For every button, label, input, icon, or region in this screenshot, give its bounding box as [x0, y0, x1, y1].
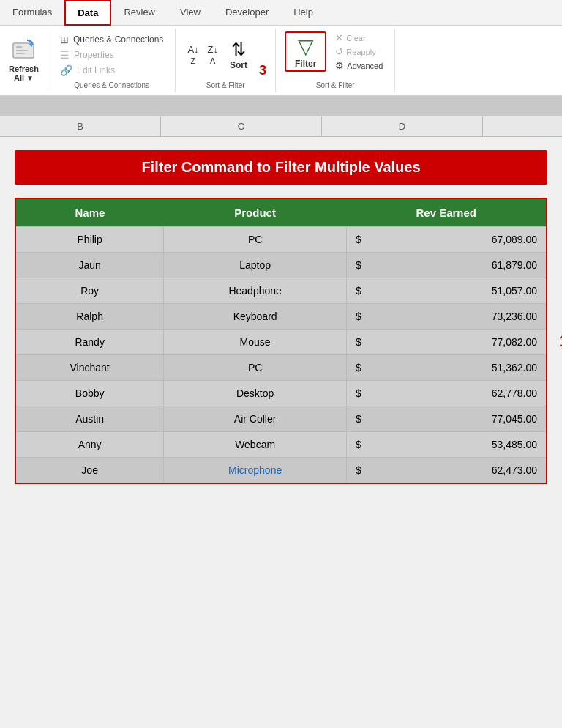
svg-rect-3: [16, 53, 25, 54]
refresh-all-button[interactable]: Refresh All ▼: [9, 37, 39, 82]
filter-main-button[interactable]: ▽ Filter: [285, 31, 326, 72]
clear-filter-button[interactable]: ✕ Clear: [332, 31, 386, 44]
tab-data[interactable]: Data: [64, 0, 111, 26]
advanced-filter-button[interactable]: ⚙ Advanced: [332, 59, 386, 72]
refresh-group-content: Refresh All ▼: [9, 31, 39, 86]
currency-symbol: $: [356, 464, 361, 476]
table-wrapper: Name Product Rev Earned PhilipPC$67,089.…: [15, 198, 547, 484]
reapply-label: Reapply: [346, 48, 375, 56]
sort-main-button[interactable]: ⇅ Sort: [224, 37, 253, 73]
queries-label: Queries & Connections: [73, 34, 163, 45]
col-header-c: C: [161, 116, 322, 136]
col-header-b: B: [0, 116, 161, 136]
sort-za-icon: Z↓: [208, 44, 218, 56]
amount: 53,485.00: [492, 439, 537, 450]
amount: 51,362.00: [492, 362, 537, 374]
tab-view[interactable]: View: [168, 0, 213, 25]
clear-icon: ✕: [335, 32, 343, 43]
cell-name: Philip: [15, 227, 164, 253]
table-header-row: Name Product Rev Earned: [15, 198, 547, 227]
cell-rev-earned: $77,082.00: [346, 330, 547, 355]
cell-name: Jaun: [15, 253, 164, 278]
badge-1: 1: [559, 332, 562, 351]
table-row: RalphKeyboard$73,236.00: [15, 304, 547, 330]
sort-main-icon: ⇅: [231, 40, 246, 60]
tab-formulas[interactable]: Formulas: [0, 0, 64, 25]
col-name-header: Name: [15, 198, 164, 227]
sort-az-button[interactable]: A↓ Z: [184, 42, 201, 68]
table-row: JoeMicrophone$62,473.00: [15, 458, 547, 484]
page-title: Filter Command to Filter Multiple Values: [15, 150, 547, 185]
table-row: AnnyWebcam$53,485.00: [15, 432, 547, 458]
amount: 73,236.00: [492, 311, 537, 322]
table-row: AustinAir Coller$77,045.00: [15, 406, 547, 432]
sort-az-label: Z: [191, 56, 196, 66]
table-row: VinchantPC$51,362.00: [15, 355, 547, 381]
amount: 61,879.00: [492, 259, 537, 271]
amount: 62,778.00: [492, 387, 537, 399]
table-row: BobbyDesktop$62,778.00: [15, 381, 547, 406]
edit-links-item[interactable]: 🔗 Edit Links: [57, 64, 166, 77]
cell-rev-earned: $51,057.00: [346, 278, 547, 304]
col-header-d: D: [322, 116, 483, 136]
cell-product: Laptop: [164, 253, 347, 278]
sort-label: Sort: [230, 60, 247, 70]
tab-help[interactable]: Help: [281, 0, 326, 25]
data-table: Name Product Rev Earned PhilipPC$67,089.…: [15, 198, 547, 484]
tab-developer[interactable]: Developer: [213, 0, 281, 25]
queries-group-content: ⊞ Queries & Connections ☰ Properties 🔗 E…: [57, 31, 166, 78]
ribbon-group-filter: ▽ Filter ✕ Clear ↺ Reapply ⚙ Advanced: [276, 29, 395, 92]
currency-symbol: $: [356, 234, 361, 245]
sort-group-label: Sort & Filter: [206, 81, 245, 89]
cell-rev-earned: $53,485.00: [346, 432, 547, 458]
amount: 62,473.00: [492, 464, 537, 476]
properties-icon: ☰: [60, 49, 70, 61]
table-row: RoyHeadphone$51,057.00: [15, 278, 547, 304]
currency-symbol: $: [356, 362, 361, 374]
cell-rev-earned: $62,778.00: [346, 381, 547, 406]
filter-side-buttons: ✕ Clear ↺ Reapply ⚙ Advanced: [332, 31, 386, 72]
cell-name: Austin: [15, 406, 164, 432]
sort-za-button[interactable]: Z↓ A: [205, 42, 221, 68]
clear-label: Clear: [346, 34, 365, 42]
cell-name: Ralph: [15, 304, 164, 330]
cell-name: Anny: [15, 432, 164, 458]
refresh-dropdown-arrow: ▼: [26, 74, 34, 82]
table-row: JaunLaptop$61,879.00: [15, 253, 547, 278]
ribbon-tab-bar: Formulas Data Review View Developer Help: [0, 0, 562, 26]
properties-item[interactable]: ☰ Properties: [57, 48, 166, 62]
cell-product: Mouse: [164, 330, 347, 355]
table-row: PhilipPC$67,089.00: [15, 227, 547, 253]
filter-group-label: Sort & Filter: [316, 81, 355, 89]
queries-icon: ⊞: [60, 34, 69, 45]
ribbon-group-queries: ⊞ Queries & Connections ☰ Properties 🔗 E…: [48, 29, 176, 92]
cell-product: Microphone: [164, 458, 347, 484]
edit-links-label: Edit Links: [77, 65, 115, 75]
advanced-icon: ⚙: [335, 60, 344, 71]
cell-rev-earned: $77,045.00: [346, 406, 547, 432]
filter-group-content: ▽ Filter ✕ Clear ↺ Reapply ⚙ Advanced: [285, 31, 386, 78]
advanced-label: Advanced: [347, 62, 383, 70]
table-area: Filter Command to Filter Multiple Values…: [0, 137, 562, 497]
refresh-icon: [10, 37, 37, 64]
cell-product: Air Coller: [164, 406, 347, 432]
cell-name: Joe: [15, 458, 164, 484]
amount: 77,082.00: [492, 336, 537, 348]
cell-product: Keyboard: [164, 304, 347, 330]
amount: 77,045.00: [492, 413, 537, 425]
reapply-filter-button[interactable]: ↺ Reapply: [332, 45, 386, 58]
cell-product: PC: [164, 355, 347, 381]
queries-connections-item[interactable]: ⊞ Queries & Connections: [57, 33, 166, 46]
cell-product: Desktop: [164, 381, 347, 406]
watermark-strip: [0, 96, 562, 116]
amount: 51,057.00: [492, 285, 537, 297]
currency-symbol: $: [356, 285, 361, 297]
svg-rect-1: [16, 46, 22, 48]
properties-label: Properties: [74, 50, 114, 60]
cell-name: Roy: [15, 278, 164, 304]
currency-symbol: $: [356, 413, 361, 425]
table-row: RandyMouse$77,082.00: [15, 330, 547, 355]
sort-za-label: A: [210, 56, 215, 66]
tab-review[interactable]: Review: [111, 0, 168, 25]
cell-name: Bobby: [15, 381, 164, 406]
